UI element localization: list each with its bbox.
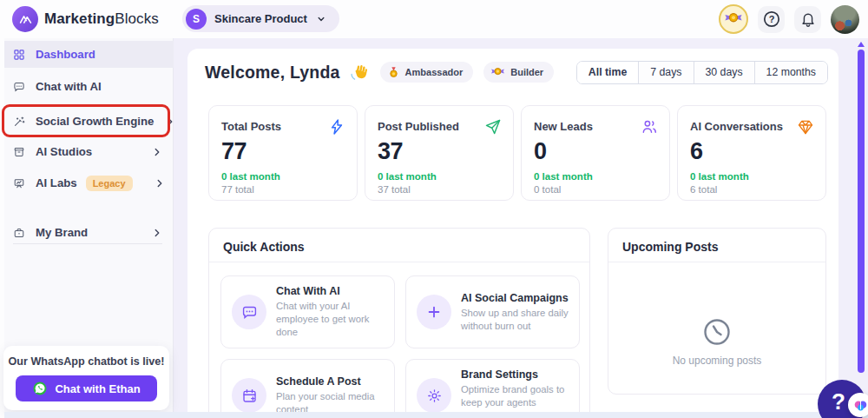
chat-with-ethan-label: Chat with Ethan <box>55 382 140 395</box>
sidebar-item-dashboard[interactable]: Dashboard <box>4 41 174 68</box>
quick-actions-grid: Chat With AI Chat with your AI employee … <box>220 275 580 412</box>
workspace-avatar: S <box>186 9 207 30</box>
sidebar-item-label: My Brand <box>36 226 141 239</box>
time-filter-group: All time 7 days 30 days 12 months <box>576 61 828 84</box>
stat-change: 0 last month <box>690 171 813 182</box>
stat-total: 0 total <box>534 184 657 195</box>
quick-action-description: Chat with your AI employee to get work d… <box>276 300 385 339</box>
quick-action-chat-with-ai[interactable]: Chat With AI Chat with your AI employee … <box>220 275 395 348</box>
stat-label: New Leads <box>534 120 657 133</box>
app-logo: MarketingBlocks <box>12 6 159 32</box>
ai-assistant-bubble[interactable] <box>848 393 868 417</box>
chat-bubble-icon <box>13 81 25 93</box>
achievement-badge-builder: Builder <box>483 62 554 83</box>
divider <box>608 262 825 262</box>
sidebar-item-label: AI Studios <box>36 145 141 158</box>
quick-actions-title: Quick Actions <box>223 240 305 254</box>
badge-label: Builder <box>510 67 543 77</box>
time-filter-7-days[interactable]: 7 days <box>638 62 693 83</box>
logo-light: Blocks <box>115 10 159 27</box>
scrollbar-arrow <box>858 42 865 47</box>
send-plane-icon <box>484 118 502 136</box>
stat-card-new-leads: New Leads 0 0 last month 0 total <box>521 105 670 201</box>
vertical-scrollbar[interactable] <box>858 50 865 373</box>
grid-icon <box>13 49 25 61</box>
stat-change: 0 last month <box>221 171 345 182</box>
users-icon <box>641 118 658 136</box>
sidebar-item-social-growth-engine[interactable]: Social Growth Engine <box>4 108 174 135</box>
stat-card-total-posts: Total Posts 77 0 last month 77 total <box>208 105 358 201</box>
quick-action-description: Show up and share daily without burn out <box>461 307 570 333</box>
stat-value: 6 <box>690 138 813 165</box>
notifications-button[interactable] <box>794 6 821 33</box>
sidebar-item-label: Chat with AI <box>36 80 163 93</box>
help-button[interactable]: ? <box>758 6 785 33</box>
quick-action-text: AI Social Campaigns Show up and share da… <box>461 292 570 333</box>
rewards-button[interactable] <box>719 4 748 34</box>
stat-value: 77 <box>221 138 345 165</box>
question-circle-icon: ? <box>762 10 781 29</box>
sidebar-item-label: Dashboard <box>36 48 163 61</box>
chevron-right-icon <box>151 227 163 239</box>
stat-label: AI Conversations <box>690 120 813 133</box>
quick-action-text: Brand Settings Optimize brand goals to k… <box>461 368 570 412</box>
time-filter-all-time[interactable]: All time <box>577 62 638 83</box>
quick-action-title: Schedule A Post <box>276 375 385 388</box>
sidebar-item-label: Social Growth Engine <box>36 115 154 128</box>
stat-value: 37 <box>378 138 501 165</box>
stat-label: Total Posts <box>221 120 345 133</box>
easel-board-icon <box>13 177 25 189</box>
stat-card-ai-conversations: AI Conversations 6 0 last month 6 total <box>677 105 826 201</box>
stats-row: Total Posts 77 0 last month 77 total Pos… <box>208 105 826 201</box>
stat-label: Post Published <box>378 120 501 133</box>
app-logo-text: MarketingBlocks <box>44 10 159 28</box>
notifications-bell-icon <box>799 10 817 28</box>
achievement-badge-ambassador: Ambassador <box>380 62 474 83</box>
help-launcher-question: ? <box>832 388 845 415</box>
time-filter-30-days[interactable]: 30 days <box>694 62 754 83</box>
diamond-icon <box>797 118 814 136</box>
medal-ribbon-icon <box>387 66 400 79</box>
sidebar-item-my-brand[interactable]: My Brand <box>4 219 174 246</box>
quick-action-brand-settings[interactable]: Brand Settings Optimize brand goals to k… <box>405 359 580 412</box>
waving-hand-icon <box>351 63 370 82</box>
quick-action-text: Schedule A Post Plan your social media c… <box>276 375 385 412</box>
chevron-right-icon <box>164 116 176 128</box>
user-avatar[interactable] <box>831 5 859 34</box>
sidebar-item-chat-with-ai[interactable]: Chat with AI <box>4 73 174 100</box>
whatsapp-icon <box>32 381 48 396</box>
magic-wand-icon <box>13 116 25 128</box>
calendar-plus-icon <box>232 378 266 412</box>
studio-box-icon <box>13 146 25 158</box>
chat-with-ethan-button[interactable]: Chat with Ethan <box>16 375 157 401</box>
winged-medal-icon <box>490 65 505 80</box>
sidebar-item-ai-studios[interactable]: AI Studios <box>4 138 174 165</box>
quick-action-schedule-a-post[interactable]: Schedule A Post Plan your social media c… <box>220 359 395 412</box>
time-filter-12-months[interactable]: 12 months <box>754 62 827 83</box>
plus-icon <box>417 295 451 329</box>
quick-action-ai-social-campaigns[interactable]: AI Social Campaigns Show up and share da… <box>405 275 580 348</box>
chat-bubble-icon <box>232 295 266 329</box>
workspace-selector[interactable]: S Skincare Product <box>182 5 339 32</box>
brand-bag-icon <box>13 227 25 239</box>
quick-action-title: AI Social Campaigns <box>461 292 570 304</box>
whatsapp-message: Our WhatsApp chatbot is live! <box>3 355 169 368</box>
chevron-right-icon <box>154 177 166 189</box>
stat-value: 0 <box>534 138 657 165</box>
quick-action-title: Chat With AI <box>276 285 385 297</box>
sidebar-item-ai-labs[interactable]: AI Labs Legacy <box>4 169 174 196</box>
badge-label: Ambassador <box>405 67 464 77</box>
lightning-icon <box>328 118 345 136</box>
chevron-right-icon <box>151 146 163 158</box>
help-glyph: ? <box>768 14 774 24</box>
upcoming-posts-title: Upcoming Posts <box>622 240 718 254</box>
stat-change: 0 last month <box>534 171 657 182</box>
upcoming-posts-empty-state: No upcoming posts <box>608 317 825 367</box>
header-actions: ? <box>719 4 859 34</box>
upcoming-posts-panel: Upcoming Posts No upcoming posts <box>608 228 826 395</box>
stat-card-post-published: Post Published 37 0 last month 37 total <box>365 105 514 201</box>
dashboard-panel: Welcome, Lynda Ambassador <box>187 49 838 412</box>
top-header: MarketingBlocks S Skincare Product ? <box>4 0 868 38</box>
upcoming-posts-empty-text: No upcoming posts <box>673 355 762 367</box>
divider <box>209 262 589 262</box>
